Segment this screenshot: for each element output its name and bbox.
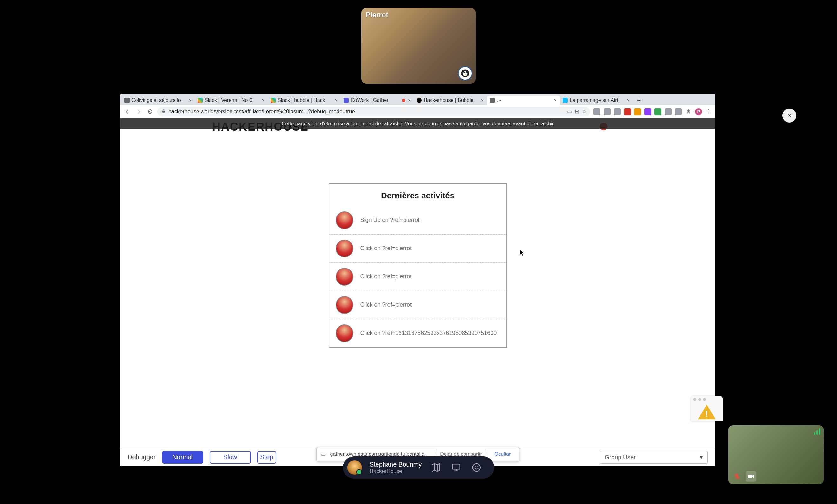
recording-status-dot-icon [402,99,405,102]
arrow-left-icon [124,109,130,114]
extension-icon[interactable] [644,108,651,115]
url-text: hackerhouse.world/version-test/affiliate… [168,109,565,115]
tab-close-icon[interactable]: × [553,98,557,103]
debugger-normal-button[interactable]: Normal [162,451,203,464]
favicon-icon [270,98,275,103]
warning-mini-window[interactable] [691,396,723,421]
extension-icon[interactable] [664,108,672,115]
debugger-slow-button[interactable]: Slow [210,451,251,464]
svg-rect-4 [162,111,165,113]
hide-notice-button[interactable]: Ocultar [491,449,515,459]
address-bar: hackerhouse.world/version-test/affiliate… [120,105,715,119]
page-content: HACKERHOUSE Cette page vient d'être mise… [120,119,715,466]
extension-icons: P ⋮ [593,108,712,115]
penguin-icon [460,69,470,78]
signal-strength-icon [814,429,820,435]
activity-row: Click on ?ref=pierrot [329,263,506,291]
favicon-icon [416,98,422,103]
extension-icon[interactable] [614,108,621,115]
star-icon[interactable]: ☆ [582,108,586,115]
nav-reload-button[interactable] [146,108,154,116]
tab-close-icon[interactable]: × [261,98,265,103]
monitor-icon: ▭ [321,451,326,457]
profile-avatar-button[interactable]: P [695,108,702,115]
tab-4[interactable]: Hackerhouse | Bubble × [414,95,487,105]
map-button[interactable] [429,461,442,474]
activities-card: Dernières activités Sign Up on ?ref=pier… [329,183,507,347]
screen-icon[interactable]: ▭ [567,108,572,115]
refresh-banner: Cette page vient d'être mise à jour, mer… [120,119,715,129]
group-user-select[interactable]: Group User ▾ [600,451,708,464]
screenshare-button[interactable] [450,461,462,474]
activity-avatar [336,268,353,286]
group-user-label: Group User [605,454,636,461]
emoji-button[interactable] [470,461,483,474]
tab-5[interactable]: . - × [487,95,560,105]
debugger-label: Debugger [128,453,156,461]
space-name: HackerHouse [370,468,422,474]
activity-row: Click on ?ref=1613167862593x376198085390… [329,319,506,347]
tab-0[interactable]: Colivings et séjours lo × [122,95,195,105]
arrow-right-icon [136,109,142,114]
extension-icon[interactable] [604,108,611,115]
tab-1[interactable]: Slack | Verena | No C × [195,95,268,105]
activity-avatar [336,240,353,257]
favicon-icon [197,98,202,103]
tab-close-icon[interactable]: × [334,98,338,103]
mic-off-icon [733,472,741,480]
tab-close-icon[interactable]: × [626,98,630,103]
gather-dock: Stephane Bounmy HackerHouse [343,456,494,479]
activity-text: Click on ?ref=pierrot [360,245,412,252]
new-tab-button[interactable]: + [635,96,643,105]
tab-close-icon[interactable]: × [480,98,484,103]
tab-close-icon[interactable]: × [407,98,411,103]
cursor-icon [520,250,524,256]
extension-icon[interactable] [655,108,661,115]
tab-6[interactable]: Le parrainage sur Airt × [560,95,633,105]
grid-icon[interactable]: ⊞ [575,108,579,115]
url-input[interactable]: hackerhouse.world/version-test/affiliate… [158,107,590,116]
mini-window-traffic-lights [691,396,723,402]
tab-close-icon[interactable]: × [188,98,192,103]
extension-icon[interactable] [593,108,601,115]
reload-icon [147,109,153,114]
debugger-step-button[interactable]: Step [257,451,276,464]
browser-menu-button[interactable]: ⋮ [705,108,712,115]
activity-text: Click on ?ref=1613167862593x376198085390… [360,329,497,337]
tab-title: Hackerhouse | Bubble [424,97,478,103]
tab-title: Slack | bubble | Hack [278,97,332,103]
monitor-icon [451,463,461,472]
svg-point-2 [463,72,465,73]
extensions-menu-icon[interactable] [685,108,692,115]
camera-icon [747,472,755,480]
tab-title: Slack | Verena | No C [204,97,259,103]
nav-forward-button[interactable] [135,108,143,116]
favicon-icon [563,98,568,103]
favicon-icon [124,98,129,103]
participant-video-pierrot[interactable]: Pierrot [361,7,476,84]
profile-initial: P [697,109,700,114]
close-overlay-button[interactable]: × [782,109,796,123]
tab-title: . - [497,97,551,103]
lock-icon [161,109,166,114]
mic-muted-button[interactable] [732,471,742,482]
user-info[interactable]: Stephane Bounmy HackerHouse [370,461,422,474]
activity-row: Click on ?ref=pierrot [329,291,506,319]
svg-rect-8 [748,475,752,478]
tab-strip: Colivings et séjours lo × Slack | Verena… [120,94,715,105]
tab-title: Colivings et séjours lo [131,97,186,103]
activity-text: Click on ?ref=pierrot [360,301,412,309]
activity-avatar [336,211,353,229]
browser-window: Colivings et séjours lo × Slack | Verena… [120,94,715,466]
svg-point-14 [477,466,478,467]
nav-back-button[interactable] [123,108,131,116]
camera-button[interactable] [746,471,756,482]
tab-2[interactable]: Slack | bubble | Hack × [268,95,341,105]
self-video[interactable] [728,425,824,484]
extension-icon[interactable] [675,108,682,115]
tab-3[interactable]: CoWork | Gather × [341,95,414,105]
user-avatar[interactable] [348,460,362,475]
extension-icon[interactable] [624,108,631,115]
extension-icon[interactable] [634,108,641,115]
activity-text: Click on ?ref=pierrot [360,273,412,281]
